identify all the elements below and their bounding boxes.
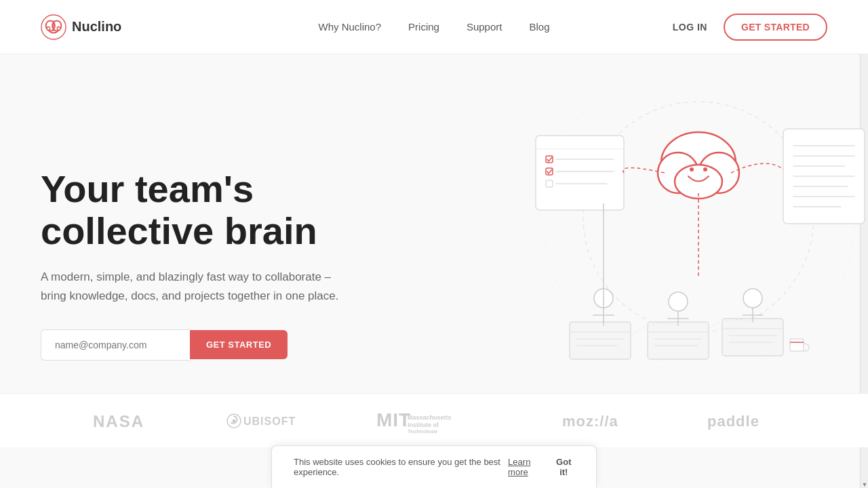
cookie-message: This website uses cookies to ensure you … — [294, 457, 502, 477]
cookie-banner: This website uses cookies to ensure you … — [271, 445, 597, 488]
nav-support[interactable]: Support — [467, 21, 502, 33]
nav-why-nuclino[interactable]: Why Nuclino? — [319, 21, 382, 33]
hero-get-started-button[interactable]: GET STARTED — [190, 330, 288, 359]
hero-content: Your team's collective brain A modern, s… — [41, 168, 420, 361]
login-link[interactable]: LOG IN — [673, 22, 707, 33]
svg-text:UBISOFT: UBISOFT — [243, 415, 296, 427]
nav-blog[interactable]: Blog — [529, 21, 549, 33]
scroll-down-arrow[interactable]: ▼ — [861, 481, 868, 488]
cookie-learn-more[interactable]: Learn more — [508, 457, 545, 477]
nav-pricing[interactable]: Pricing — [408, 21, 439, 33]
svg-rect-43 — [722, 319, 783, 356]
svg-text:Massachusetts: Massachusetts — [408, 414, 452, 421]
navbar: Nuclino Why Nuclino? Pricing Support Blo… — [0, 0, 868, 54]
brand-ubisoft: UBISOFT — [224, 411, 299, 431]
svg-rect-33 — [570, 322, 631, 359]
svg-rect-38 — [648, 322, 709, 359]
logo-link[interactable]: Nuclino — [41, 14, 121, 40]
hero-svg — [468, 68, 868, 380]
ubisoft-logo-icon: UBISOFT — [224, 411, 299, 431]
nav-actions: LOG IN GET STARTED — [673, 14, 827, 41]
svg-point-37 — [669, 292, 688, 311]
nav-get-started-button[interactable]: GET STARTED — [724, 14, 827, 41]
svg-text:Institute of: Institute of — [408, 422, 439, 428]
brand-paddle: paddle — [707, 411, 775, 430]
svg-point-12 — [690, 167, 694, 171]
nuclino-logo-icon — [41, 14, 66, 40]
hero-heading: Your team's collective brain — [41, 168, 420, 251]
mit-logo-icon: MIT Massachusetts Institute of Technolog… — [376, 409, 485, 433]
svg-point-5 — [57, 26, 60, 30]
logo-text: Nuclino — [72, 19, 121, 35]
nav-links: Why Nuclino? Pricing Support Blog — [319, 21, 550, 33]
nasa-logo-icon: NASA — [93, 411, 147, 431]
email-input[interactable] — [41, 329, 190, 361]
hero-heading-line1: Your team's — [41, 167, 254, 210]
mozilla-logo-icon: moz://a — [562, 411, 630, 430]
brand-nasa: NASA — [93, 411, 147, 431]
svg-text:MIT: MIT — [376, 409, 411, 430]
hero-section: Your team's collective brain A modern, s… — [0, 54, 868, 447]
hero-subtext: A modern, simple, and blazingly fast way… — [41, 268, 346, 304]
svg-point-13 — [703, 167, 707, 171]
hero-illustration — [461, 54, 868, 393]
svg-text:Technology: Technology — [408, 428, 438, 433]
svg-text:NASA: NASA — [93, 412, 144, 430]
paddle-logo-icon: paddle — [707, 411, 775, 430]
svg-point-51 — [233, 419, 236, 422]
svg-text:moz://a: moz://a — [562, 413, 618, 430]
svg-point-4 — [47, 26, 50, 30]
brand-mit: MIT Massachusetts Institute of Technolog… — [376, 409, 485, 433]
svg-rect-47 — [790, 339, 804, 351]
hero-heading-line2: collective brain — [41, 209, 317, 252]
brands-bar: NASA UBISOFT MIT Massachusetts Institute… — [0, 393, 868, 447]
svg-text:paddle: paddle — [707, 413, 760, 430]
cookie-accept-button[interactable]: Got it! — [553, 457, 574, 477]
brand-mozilla: moz://a — [562, 411, 630, 430]
hero-form: GET STARTED — [41, 329, 420, 361]
svg-point-42 — [743, 289, 762, 308]
